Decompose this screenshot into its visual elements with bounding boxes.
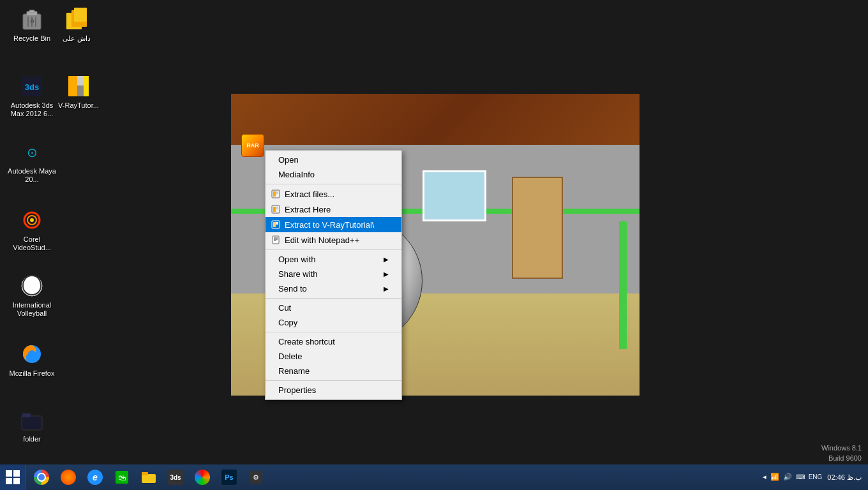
speaker-icon: 🔊 xyxy=(783,473,792,481)
taskbar-apps: e 🛍 3ds Ps xyxy=(26,464,272,490)
context-menu-properties[interactable]: Properties xyxy=(266,383,401,397)
context-menu-edit-notepad[interactable]: Edit with Notepad++ xyxy=(266,232,401,248)
extract-to-icon xyxy=(271,219,281,230)
scene-window xyxy=(423,170,486,221)
start-button[interactable] xyxy=(0,464,26,490)
taskbar-corel[interactable] xyxy=(190,466,215,489)
windows-info: Windows 8.1 Build 9600 xyxy=(821,443,862,463)
svg-rect-37 xyxy=(273,236,279,244)
svg-text:⊙: ⊙ xyxy=(27,145,38,160)
svg-point-25 xyxy=(28,350,36,358)
extract-files-icon xyxy=(271,189,281,199)
svg-rect-36 xyxy=(276,222,278,225)
scene-pipe xyxy=(619,221,627,349)
extract-here-icon xyxy=(271,204,281,214)
context-menu-extract-files[interactable]: Extract files... xyxy=(266,186,401,202)
desktop-icon-volleyball[interactable]: International Volleyball xyxy=(6,273,57,318)
taskbar-ie[interactable]: e xyxy=(82,466,108,489)
arch-taskbar-icon: ⚙ xyxy=(248,470,264,485)
context-menu-share-with[interactable]: Share with ▶ xyxy=(266,267,401,281)
svg-rect-32 xyxy=(273,207,276,212)
svg-rect-26 xyxy=(22,416,42,430)
context-menu-sep-1 xyxy=(266,184,401,184)
folder-label: folder xyxy=(23,435,41,443)
context-menu: Open MediaInfo Extract files... xyxy=(265,150,402,400)
recycle-bin-label: Recycle Bin xyxy=(13,34,50,43)
recycle-bin-icon: ♻ xyxy=(19,6,45,32)
desktop-icon-folder[interactable]: folder xyxy=(6,407,57,443)
taskbar-folder[interactable] xyxy=(136,466,161,489)
context-menu-copy[interactable]: Copy xyxy=(266,315,401,330)
corel-label: Corel VideoStud... xyxy=(6,235,57,252)
svg-rect-43 xyxy=(142,474,156,483)
notepad-icon xyxy=(271,235,281,245)
chrome-icon xyxy=(34,470,49,485)
context-menu-sep-5 xyxy=(266,380,401,381)
dash-ali-icon xyxy=(64,6,89,32)
keyboard-icon: ⌨ xyxy=(796,473,805,480)
svg-text:3ds: 3ds xyxy=(25,82,39,92)
volleyball-icon xyxy=(19,273,45,299)
desktop-icon-maya[interactable]: ⊙ Autodesk Maya 20... xyxy=(6,139,57,184)
desktop-icon-vray[interactable]: V-RayTutor... xyxy=(53,73,104,110)
desktop-icon-firefox[interactable]: Mozilla Firefox xyxy=(6,341,57,378)
context-menu-open[interactable]: Open xyxy=(266,152,401,167)
svg-rect-29 xyxy=(273,191,276,197)
svg-rect-2 xyxy=(29,10,34,13)
context-menu-extract-here[interactable]: Extract Here xyxy=(266,202,401,217)
rar-file-icon: RAR xyxy=(241,134,264,157)
ps-taskbar-icon: Ps xyxy=(221,470,237,485)
taskbar-chrome[interactable] xyxy=(29,466,54,489)
desktop-icon-corel[interactable]: Corel VideoStud... xyxy=(6,207,57,252)
corel-icon xyxy=(19,207,45,233)
taskbar-arch[interactable]: ⚙ xyxy=(243,466,269,489)
context-menu-open-with[interactable]: Open with ▶ xyxy=(266,252,401,267)
desktop: ♻ Recycle Bin داش علی 3ds Autodesk 3ds M… xyxy=(0,0,868,490)
desktop-icon-autodesk-3ds[interactable]: 3ds Autodesk 3ds Max 2012 6... xyxy=(6,73,57,118)
svg-rect-14 xyxy=(77,76,84,85)
desktop-icon-recycle-bin[interactable]: ♻ Recycle Bin xyxy=(6,6,57,43)
svg-text:🛍: 🛍 xyxy=(118,473,126,482)
svg-rect-35 xyxy=(273,222,276,227)
svg-rect-15 xyxy=(77,85,84,96)
context-menu-delete[interactable]: Delete xyxy=(266,349,401,364)
desktop-icon-dash-ali[interactable]: داش علی xyxy=(51,6,102,43)
taskbar-ps[interactable]: Ps xyxy=(216,466,242,489)
3ds-taskbar-icon: 3ds xyxy=(168,470,183,485)
network-icon: 📶 xyxy=(770,473,779,481)
share-with-arrow: ▶ xyxy=(384,271,389,278)
context-menu-rename[interactable]: Rename xyxy=(266,364,401,378)
svg-rect-27 xyxy=(22,413,31,417)
open-with-arrow: ▶ xyxy=(384,256,389,263)
autodesk-3ds-icon: 3ds xyxy=(19,73,45,99)
context-menu-create-shortcut[interactable]: Create shortcut xyxy=(266,334,401,349)
rar-file-icon-area: RAR xyxy=(241,134,264,157)
context-menu-cut[interactable]: Cut xyxy=(266,301,401,315)
taskbar-store[interactable]: 🛍 xyxy=(109,466,135,489)
svg-rect-33 xyxy=(276,207,278,209)
taskbar-3ds[interactable]: 3ds xyxy=(163,466,188,489)
svg-rect-9 xyxy=(74,8,87,22)
windows-version: Windows 8.1 xyxy=(821,443,862,453)
folder-icon xyxy=(19,407,45,433)
vray-label: V-RayTutor... xyxy=(58,101,99,110)
maya-label: Autodesk Maya 20... xyxy=(6,167,57,184)
context-menu-sep-3 xyxy=(266,298,401,299)
chevron-icon[interactable]: ◂ xyxy=(763,473,767,481)
vray-icon xyxy=(66,73,91,99)
taskbar-clock[interactable]: 02:46 ب.ظ xyxy=(827,473,862,482)
context-menu-send-to[interactable]: Send to ▶ xyxy=(266,281,401,296)
store-icon: 🛍 xyxy=(114,470,130,485)
maya-icon: ⊙ xyxy=(19,139,45,165)
corel-taskbar-icon xyxy=(195,470,210,485)
context-menu-extract-to[interactable]: Extract to V-RayTutorial\ xyxy=(266,217,401,232)
context-menu-mediainfo[interactable]: MediaInfo xyxy=(266,167,401,182)
taskbar: e 🛍 3ds Ps xyxy=(0,464,868,490)
firefox-taskbar-icon xyxy=(61,470,76,485)
windows-logo-icon xyxy=(6,470,20,484)
systray: ◂ 📶 🔊 ⌨ ENG xyxy=(763,473,823,481)
taskbar-firefox[interactable] xyxy=(56,466,81,489)
svg-rect-44 xyxy=(142,472,148,475)
folder-taskbar-icon xyxy=(141,471,156,484)
context-menu-sep-2 xyxy=(266,249,401,250)
